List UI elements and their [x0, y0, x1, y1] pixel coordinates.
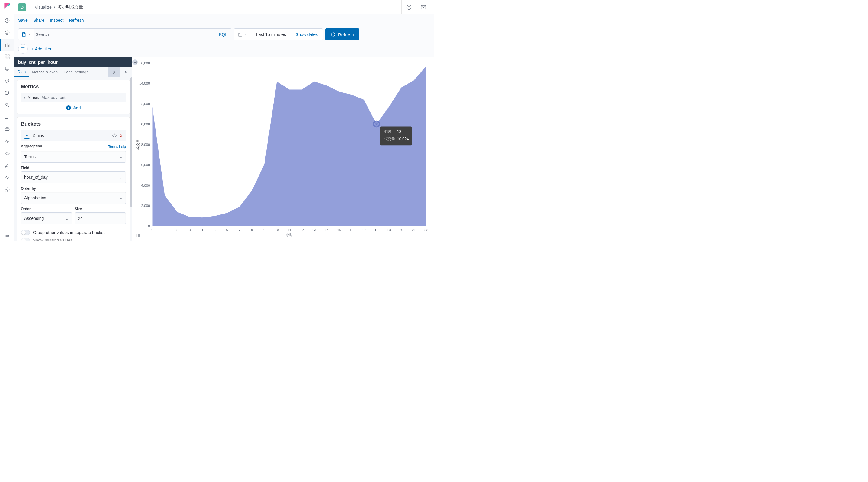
orderby-label: Order by: [21, 186, 126, 191]
metric-yaxis-row[interactable]: › Y-axis Max buy_cnt: [21, 93, 126, 102]
svg-text:5: 5: [214, 228, 216, 232]
share-button[interactable]: Share: [33, 18, 44, 23]
aggregation-select[interactable]: Terms ⌄: [21, 151, 126, 163]
metrics-panel: Metrics › Y-axis Max buy_cnt + Add: [17, 80, 130, 114]
nav-visualize-icon[interactable]: [0, 39, 14, 51]
toggle-visibility-icon[interactable]: [112, 133, 117, 139]
svg-point-63: [136, 235, 137, 236]
refresh-label: Refresh: [338, 32, 354, 37]
date-quick-button[interactable]: [234, 29, 251, 40]
space-selector[interactable]: D: [18, 3, 26, 11]
svg-point-10: [5, 94, 6, 95]
svg-text:0: 0: [151, 228, 153, 232]
svg-point-11: [8, 94, 9, 95]
svg-point-14: [6, 189, 8, 191]
index-pattern-label: buy_cnt_per_hour: [18, 60, 58, 65]
chevron-right-icon: ›: [24, 95, 25, 100]
index-pattern-header[interactable]: buy_cnt_per_hour: [14, 57, 132, 67]
kibana-logo[interactable]: [4, 2, 10, 9]
plus-circle-icon: +: [66, 105, 71, 110]
kql-toggle[interactable]: KQL: [219, 32, 227, 37]
svg-point-8: [5, 91, 6, 92]
filter-bar: + Add filter: [14, 43, 434, 57]
bucket-xaxis-row[interactable]: X-axis ✕: [21, 130, 126, 141]
chevron-down-icon: [24, 133, 30, 139]
side-nav: [0, 0, 14, 241]
date-range-text[interactable]: Last 15 minutes: [251, 32, 291, 37]
svg-text:12: 12: [300, 228, 304, 232]
svg-text:21: 21: [412, 228, 416, 232]
add-metric-button[interactable]: + Add: [21, 105, 126, 110]
tab-panel-settings[interactable]: Panel settings: [61, 67, 92, 77]
svg-text:4,000: 4,000: [141, 183, 150, 187]
orderby-select[interactable]: Alphabetical ⌄: [21, 192, 126, 204]
help-icon[interactable]: [401, 0, 416, 14]
editor-panel: buy_cnt_per_hour ◀ Data Metrics & axes P…: [14, 57, 132, 241]
group-other-toggle[interactable]: Group other values in separate bucket: [21, 230, 126, 235]
field-select[interactable]: hour_of_day ⌄: [21, 171, 126, 183]
breadcrumb-sep: /: [54, 5, 55, 10]
svg-text:10,000: 10,000: [139, 122, 150, 126]
nav-management-icon[interactable]: [0, 184, 14, 196]
size-label: Size: [74, 207, 126, 211]
add-filter-button[interactable]: + Add filter: [31, 46, 52, 51]
nav-uptime-icon[interactable]: [0, 135, 14, 148]
tab-data[interactable]: Data: [14, 67, 29, 77]
refresh-link[interactable]: Refresh: [69, 18, 84, 23]
legend-toggle-icon[interactable]: [135, 232, 142, 239]
svg-text:12,000: 12,000: [139, 102, 150, 106]
filter-menu-icon[interactable]: [18, 44, 28, 54]
apply-changes-icon[interactable]: [108, 67, 120, 77]
field-label: Field: [21, 166, 126, 170]
refresh-button[interactable]: Refresh: [325, 28, 360, 40]
nav-monitoring-icon[interactable]: [0, 171, 14, 184]
chevron-down-icon: ⌄: [119, 154, 123, 159]
svg-text:17: 17: [362, 228, 366, 232]
nav-apm-icon[interactable]: [0, 123, 14, 135]
nav-infra-icon[interactable]: [0, 99, 14, 111]
nav-siem-icon[interactable]: [0, 148, 14, 159]
terms-help-link[interactable]: Terms help: [108, 144, 126, 149]
nav-recent-icon[interactable]: [0, 14, 14, 27]
editor-tabs: Data Metrics & axes Panel settings ✕: [14, 67, 132, 77]
size-value: 24: [78, 216, 83, 221]
nav-canvas-icon[interactable]: [0, 63, 14, 75]
nav-maps-icon[interactable]: [0, 75, 14, 87]
inspect-button[interactable]: Inspect: [50, 18, 63, 23]
nav-logs-icon[interactable]: [0, 111, 14, 123]
svg-text:0: 0: [148, 224, 150, 228]
collapse-nav-icon[interactable]: [0, 229, 14, 241]
svg-point-15: [406, 5, 411, 9]
area-chart[interactable]: 02,0004,0006,0008,00010,00012,00014,0001…: [135, 60, 429, 241]
orderby-value: Alphabetical: [24, 195, 47, 200]
nav-discover-icon[interactable]: [0, 27, 14, 39]
nav-devtools-icon[interactable]: [0, 159, 14, 171]
buckets-title: Buckets: [21, 121, 126, 127]
delete-bucket-icon[interactable]: ✕: [119, 133, 123, 138]
show-missing-toggle[interactable]: Show missing values: [21, 238, 126, 241]
svg-text:14: 14: [325, 228, 329, 232]
svg-text:15: 15: [337, 228, 341, 232]
date-picker: Last 15 minutes Show dates: [234, 28, 323, 40]
svg-point-12: [5, 103, 8, 106]
svg-rect-17: [421, 5, 426, 9]
discard-changes-icon[interactable]: ✕: [120, 67, 132, 77]
search-input[interactable]: Search KQL: [32, 28, 231, 40]
toggle-icon: [21, 238, 30, 241]
show-dates-button[interactable]: Show dates: [291, 32, 322, 37]
chart-options-icon[interactable]: ⋮: [132, 151, 137, 155]
breadcrumb-app[interactable]: Visualize: [35, 5, 52, 10]
nav-ml-icon[interactable]: [0, 87, 14, 99]
svg-point-9: [8, 91, 9, 92]
metric-agg-value: Max buy_cnt: [41, 95, 65, 100]
svg-point-62: [136, 234, 137, 235]
topbar: D Visualize / 每小时成交量: [14, 0, 434, 14]
svg-text:10: 10: [275, 228, 279, 232]
size-input[interactable]: 24: [74, 212, 126, 224]
breadcrumb: Visualize / 每小时成交量: [30, 0, 83, 14]
newsfeed-icon[interactable]: [416, 0, 430, 14]
tab-metrics-axes[interactable]: Metrics & axes: [29, 67, 60, 77]
save-button[interactable]: Save: [18, 18, 28, 23]
nav-dashboard-icon[interactable]: [0, 51, 14, 63]
order-select[interactable]: Ascending ⌄: [21, 212, 72, 224]
